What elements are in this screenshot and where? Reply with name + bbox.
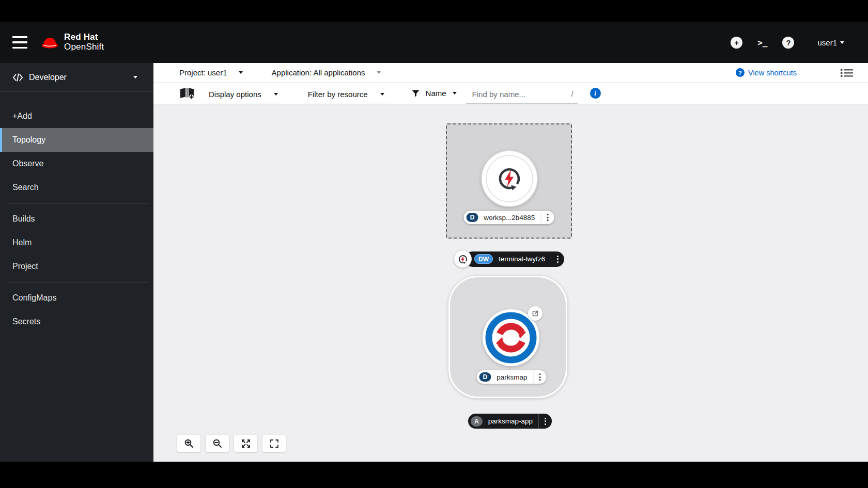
application-dropdown[interactable]: Application: All applications bbox=[272, 68, 381, 77]
sidebar-divider bbox=[8, 203, 148, 203]
sidebar-divider bbox=[8, 282, 148, 282]
perspective-switcher[interactable]: Developer bbox=[0, 63, 153, 92]
info-icon[interactable]: i bbox=[590, 88, 601, 99]
chevron-down-icon bbox=[453, 92, 457, 95]
deployment-badge: D bbox=[479, 372, 491, 382]
plus-glyph: + bbox=[734, 38, 739, 47]
reset-view-button[interactable] bbox=[262, 435, 286, 452]
brand-line1: Red Hat bbox=[64, 33, 104, 42]
topology-canvas[interactable]: D worksp...2b4885 DW bbox=[153, 104, 868, 461]
code-icon bbox=[12, 73, 23, 82]
workspace-deployment-node[interactable] bbox=[481, 150, 538, 208]
sidebar-item-add[interactable]: +Add bbox=[0, 104, 153, 128]
devworkspace-node-icon[interactable] bbox=[454, 250, 472, 268]
masthead-actions: + >_ ? user1 bbox=[731, 37, 844, 49]
sidebar-item-project[interactable]: Project bbox=[0, 255, 153, 278]
brand-line2: OpenShift bbox=[64, 42, 104, 52]
parksmap-application-name: parksmap-app bbox=[488, 417, 533, 425]
kebab-menu-icon[interactable] bbox=[551, 251, 564, 267]
zoom-out-button[interactable] bbox=[206, 435, 229, 452]
nav-toggle-button[interactable] bbox=[12, 36, 27, 49]
zoom-out-icon bbox=[212, 438, 222, 448]
canvas-controls bbox=[177, 435, 286, 452]
topology-toolbar: Display options Filter by resource Name … bbox=[153, 83, 868, 104]
openshift-console: Red Hat OpenShift + >_ ? user1 bbox=[0, 0, 868, 488]
filter-funnel-icon bbox=[412, 89, 420, 97]
sidebar-nav: Developer +Add Topology Observe Search B… bbox=[0, 63, 153, 462]
context-bar: Project: user1 Application: All applicat… bbox=[153, 63, 868, 83]
application-badge: A bbox=[471, 416, 483, 427]
user-menu[interactable]: user1 bbox=[817, 38, 844, 47]
redhat-openshift-logo: Red Hat OpenShift bbox=[40, 33, 104, 52]
devworkspace-badge: DW bbox=[474, 254, 493, 264]
project-dropdown-label: Project: user1 bbox=[179, 68, 227, 77]
filter-by-resource-dropdown[interactable]: Filter by resource bbox=[301, 88, 391, 103]
chevron-down-icon bbox=[239, 71, 243, 74]
name-filter-dropdown[interactable]: Name bbox=[412, 89, 457, 98]
chevron-down-icon bbox=[840, 41, 844, 44]
deployment-badge: D bbox=[467, 213, 478, 222]
help-icon[interactable]: ? bbox=[782, 37, 794, 49]
help-glyph: ? bbox=[786, 38, 791, 47]
project-dropdown[interactable]: Project: user1 bbox=[179, 68, 243, 77]
display-options-dropdown[interactable]: Display options bbox=[202, 88, 285, 103]
perspective-label: Developer bbox=[29, 73, 67, 82]
kebab-menu-icon[interactable] bbox=[541, 211, 554, 224]
redhat-hat-icon bbox=[40, 36, 59, 50]
web-terminal-icon[interactable]: >_ bbox=[757, 37, 767, 49]
sidebar-item-secrets[interactable]: Secrets bbox=[0, 310, 153, 334]
context-bar-right: ? View shortcuts bbox=[736, 68, 854, 78]
kebab-menu-icon[interactable] bbox=[533, 370, 546, 384]
parksmap-application-label[interactable]: A parksmap-app bbox=[468, 414, 552, 429]
open-url-decorator[interactable] bbox=[528, 306, 542, 321]
expand-arrows-icon bbox=[241, 439, 251, 448]
sidebar-item-builds[interactable]: Builds bbox=[0, 207, 153, 231]
kebab-menu-icon[interactable] bbox=[539, 414, 552, 429]
workspace-deployment-name: worksp...2b4885 bbox=[484, 214, 535, 222]
masthead: Red Hat OpenShift + >_ ? user1 bbox=[0, 22, 868, 63]
fit-to-screen-button[interactable] bbox=[234, 435, 257, 452]
slash-shortcut-hint: / bbox=[571, 90, 574, 98]
list-view-icon[interactable] bbox=[840, 68, 854, 78]
quick-create-plus-icon[interactable]: + bbox=[731, 37, 742, 49]
question-circle-icon: ? bbox=[736, 68, 745, 77]
parksmap-deployment-name: parksmap bbox=[497, 373, 527, 381]
find-by-name-field: / bbox=[466, 87, 578, 104]
zoom-in-button[interactable] bbox=[177, 435, 200, 452]
sidebar-item-observe[interactable]: Observe bbox=[0, 152, 153, 176]
parksmap-deployment-label[interactable]: D parksmap bbox=[477, 370, 547, 384]
sidebar-item-topology[interactable]: Topology bbox=[0, 128, 153, 152]
display-options-label: Display options bbox=[209, 90, 261, 99]
workspace-deployment-label[interactable]: D worksp...2b4885 bbox=[464, 211, 554, 224]
filter-by-resource-label: Filter by resource bbox=[308, 90, 368, 99]
chevron-down-icon bbox=[377, 71, 381, 74]
sidebar-item-search[interactable]: Search bbox=[0, 176, 153, 199]
terminal-workload-name: terminal-lwyfz6 bbox=[499, 255, 545, 263]
view-shortcuts-link[interactable]: View shortcuts bbox=[748, 69, 797, 77]
name-filter-label: Name bbox=[426, 89, 446, 98]
sidebar-items: +Add Topology Observe Search Builds Helm… bbox=[0, 104, 153, 334]
external-link-icon bbox=[532, 310, 539, 317]
application-dropdown-label: Application: All applications bbox=[272, 68, 365, 77]
zoom-in-icon bbox=[184, 438, 194, 448]
main-content: Project: user1 Application: All applicat… bbox=[153, 63, 868, 462]
devworkspace-lightning-icon bbox=[459, 255, 466, 263]
sidebar-item-helm[interactable]: Helm bbox=[0, 231, 153, 255]
fullscreen-brackets-icon bbox=[270, 439, 279, 448]
terminal-glyph: >_ bbox=[757, 38, 767, 48]
terminal-workload-label[interactable]: DW terminal-lwyfz6 bbox=[454, 250, 564, 268]
user-name: user1 bbox=[817, 38, 837, 47]
chevron-down-icon bbox=[380, 93, 384, 96]
chevron-down-icon bbox=[133, 76, 137, 78]
find-by-name-input[interactable] bbox=[471, 89, 571, 99]
sidebar-item-configmaps[interactable]: ConfigMaps bbox=[0, 286, 153, 310]
quick-search-book-icon[interactable] bbox=[179, 87, 195, 100]
chevron-down-icon bbox=[274, 93, 278, 96]
